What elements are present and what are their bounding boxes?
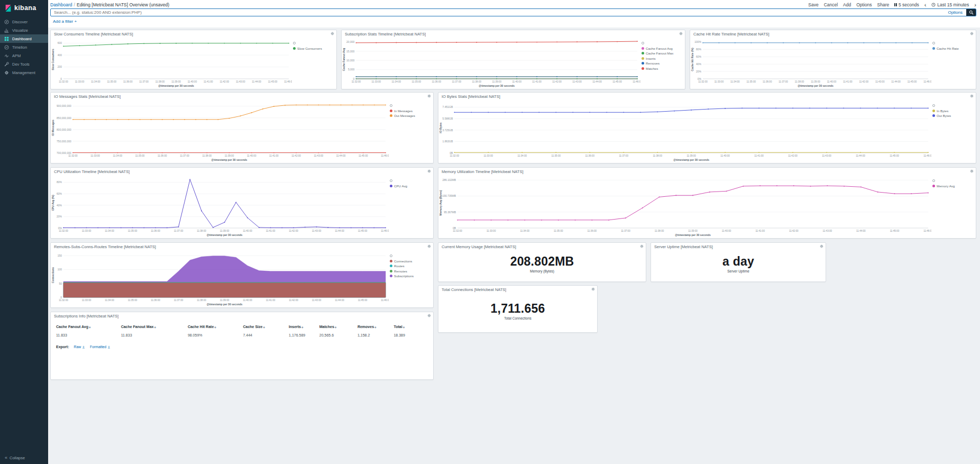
- panel-header[interactable]: CPU Utilization Timeline [Metricbeat NAT…: [51, 168, 433, 175]
- export-formatted-link[interactable]: Formatted: [90, 345, 111, 349]
- legend-toggle-icon[interactable]: [932, 104, 935, 107]
- legend-item-in-messages[interactable]: In Messages: [390, 109, 432, 113]
- kibana-logo[interactable]: kibana: [0, 0, 48, 17]
- refresh-interval-button[interactable]: 5 seconds: [894, 2, 919, 7]
- sidebar-item-management[interactable]: Management: [0, 68, 48, 77]
- time-back-button[interactable]: ‹: [924, 3, 927, 7]
- table-header-total[interactable]: Total◆: [392, 323, 429, 331]
- legend-toggle-icon[interactable]: [390, 179, 392, 182]
- gear-icon[interactable]: [970, 169, 974, 173]
- breadcrumb-current: Editing [Metricbeat NATS] Overview (unsa…: [77, 2, 169, 7]
- legend-dot: [390, 185, 392, 187]
- time-forward-button[interactable]: ›: [974, 3, 976, 7]
- svg-text:5,000: 5,000: [348, 68, 355, 71]
- panel-header[interactable]: IO Bytes Stats [Metricbeat NATS]: [438, 93, 976, 100]
- save-button[interactable]: Save: [808, 2, 818, 7]
- time-range-button[interactable]: Last 15 minutes: [931, 2, 969, 7]
- add-filter-link[interactable]: Add a filter +: [53, 19, 77, 24]
- legend-item-out-messages[interactable]: Out Messages: [390, 114, 432, 117]
- legend-item-connections[interactable]: Connections: [390, 259, 432, 263]
- gear-icon[interactable]: [427, 169, 431, 173]
- panel-header[interactable]: Slow Consumers Timeline [Metricbeat NATS…: [51, 30, 336, 38]
- apm-icon: [4, 53, 9, 58]
- export-raw-link[interactable]: Raw: [74, 345, 86, 349]
- panel-title: IO Bytes Stats [Metricbeat NATS]: [442, 94, 500, 99]
- legend-dot: [932, 185, 935, 187]
- svg-text:900,000,000: 900,000,000: [57, 104, 71, 107]
- search-button[interactable]: [966, 9, 976, 16]
- svg-text:11:42:00: 11:42:00: [788, 154, 798, 157]
- gear-icon[interactable]: [331, 32, 334, 35]
- svg-text:11:32:00: 11:32:00: [698, 80, 708, 83]
- panel-header[interactable]: Subscriptions Info [Metricbeat NATS]: [51, 312, 433, 320]
- gear-icon[interactable]: [427, 94, 431, 98]
- gear-icon[interactable]: [970, 94, 974, 98]
- sidebar-item-discover[interactable]: Discover: [0, 17, 48, 26]
- gear-icon[interactable]: [970, 32, 974, 35]
- search-input[interactable]: [51, 9, 944, 16]
- breadcrumb-dashboard-link[interactable]: Dashboard: [50, 2, 72, 7]
- table-header-cache-fanout-avg[interactable]: Cache Fanout Avg◆: [55, 323, 120, 331]
- svg-text:11:42:00: 11:42:00: [552, 80, 562, 83]
- panel-memory-utilization-timeline: Memory Utilization Timeline [Metricbeat …: [438, 167, 976, 239]
- sidebar-item-dev-tools[interactable]: Dev Tools: [0, 60, 48, 68]
- panel-header[interactable]: Memory Utilization Timeline [Metricbeat …: [438, 168, 976, 175]
- panel-header[interactable]: Subscription Stats Timeline [Metricbeat …: [342, 30, 685, 38]
- svg-text:11:37:00: 11:37:00: [778, 80, 788, 83]
- add-button[interactable]: Add: [843, 2, 851, 7]
- legend-toggle-icon[interactable]: [932, 179, 935, 182]
- share-button[interactable]: Share: [877, 2, 890, 7]
- sort-icon: ◆: [263, 326, 264, 329]
- gear-icon[interactable]: [427, 314, 431, 317]
- legend-item-in-bytes[interactable]: In Bytes: [932, 109, 975, 113]
- table-header-cache-hit-rate[interactable]: Cache Hit Rate◆: [187, 323, 242, 331]
- legend-item-routes[interactable]: Routes: [390, 264, 432, 268]
- sidebar-item-timelion[interactable]: Timelion: [0, 43, 48, 51]
- legend-toggle-icon[interactable]: [390, 104, 392, 107]
- legend-dot: [390, 265, 392, 267]
- legend-item-memory-avg[interactable]: Memory Avg: [932, 184, 975, 188]
- panel-header[interactable]: IO Messages Stats [Metricbeat NATS]: [51, 93, 433, 100]
- legend-item-remotes[interactable]: Remotes: [390, 269, 432, 273]
- table-header-matches[interactable]: Matches◆: [318, 323, 356, 331]
- svg-text:15,000: 15,000: [346, 50, 355, 53]
- legend-item-subscriptions[interactable]: Subscriptions: [390, 274, 432, 278]
- legend-item-cache-fanout-avg[interactable]: Cache Fanout Avg: [642, 47, 684, 50]
- legend-toggle-icon[interactable]: [932, 42, 935, 44]
- options-button[interactable]: Options: [856, 2, 872, 7]
- svg-text:11:41:00: 11:41:00: [755, 230, 765, 232]
- table-header-inserts[interactable]: Inserts◆: [288, 323, 318, 331]
- sidebar-item-label: Timelion: [12, 45, 27, 50]
- table-header-removes[interactable]: Removes◆: [356, 323, 393, 331]
- legend-item-cache-fanout-max[interactable]: Cache Fanout Max: [642, 51, 684, 55]
- legend-item-matches[interactable]: Matches: [642, 67, 684, 70]
- memory-utilization-chart: 0B95.367MB190.735MB286.102MB11:32:0011:3…: [438, 175, 931, 238]
- svg-text:1.863GB: 1.863GB: [443, 140, 453, 143]
- panel-header[interactable]: Remotes-Subs-Conns-Routes Timeline [Metr…: [51, 243, 433, 250]
- svg-text:0: 0: [353, 77, 355, 80]
- svg-text:11:43:00: 11:43:00: [823, 230, 832, 232]
- sidebar-item-dashboard[interactable]: Dashboard: [0, 34, 48, 43]
- gear-icon[interactable]: [427, 244, 431, 248]
- legend-toggle-icon[interactable]: [390, 254, 392, 257]
- legend-toggle-icon[interactable]: [293, 42, 296, 44]
- legend-item-cache-hit-rate[interactable]: Cache Hit Rate: [932, 47, 975, 50]
- sidebar-item-label: Management: [12, 70, 35, 75]
- svg-text:11:39:00: 11:39:00: [811, 80, 820, 83]
- sidebar-item-visualize[interactable]: Visualize: [0, 26, 48, 34]
- svg-text:11:45:00: 11:45:00: [890, 230, 900, 232]
- sidebar-item-apm[interactable]: APM: [0, 51, 48, 60]
- legend-item-cpu-avg[interactable]: CPU Avg: [390, 184, 432, 188]
- legend-item-slow-consumers[interactable]: Slow Consumers: [293, 47, 335, 50]
- legend-item-removes[interactable]: Removes: [642, 61, 684, 65]
- gear-icon[interactable]: [679, 32, 683, 35]
- table-header-cache-size[interactable]: Cache Size◆: [242, 323, 288, 331]
- legend-item-out-bytes[interactable]: Out Bytes: [932, 114, 975, 117]
- sidebar-collapse-button[interactable]: « Collapse: [5, 456, 25, 460]
- panel-header[interactable]: Cache Hit Rate Timeline [Metricbeat NATS…: [690, 30, 976, 38]
- table-header-cache-fanout-max[interactable]: Cache Fanout Max◆: [120, 323, 187, 331]
- legend-item-inserts[interactable]: Inserts: [642, 57, 684, 60]
- query-options-link[interactable]: Options: [944, 9, 966, 16]
- legend-toggle-icon[interactable]: [642, 42, 644, 44]
- cancel-button[interactable]: Cancel: [824, 2, 838, 7]
